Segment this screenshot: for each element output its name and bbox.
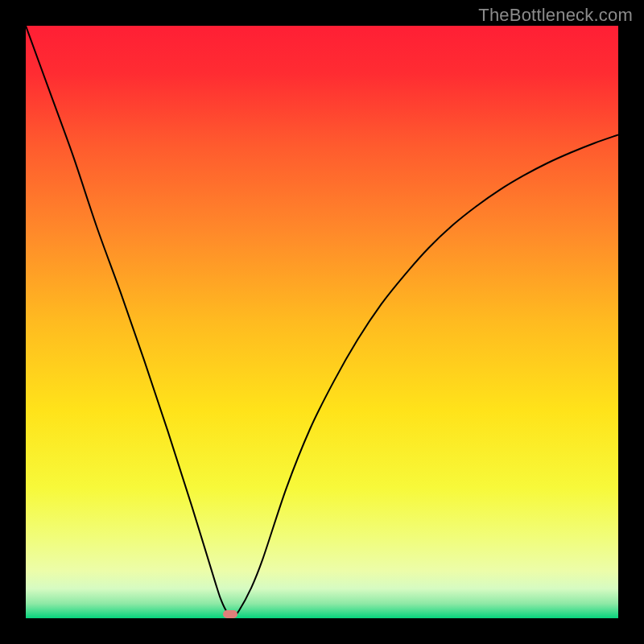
chart-container: TheBottleneck.com	[0, 0, 644, 644]
plot-area	[26, 26, 618, 618]
optimum-marker	[223, 610, 237, 618]
curve-line	[26, 26, 618, 617]
watermark-text: TheBottleneck.com	[478, 5, 633, 26]
curve-layer	[26, 26, 618, 618]
